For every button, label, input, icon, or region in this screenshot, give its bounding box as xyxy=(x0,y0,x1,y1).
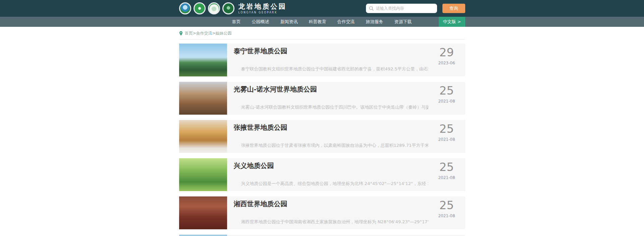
breadcrumb-text: 首页>合作交流>姐妹公园 xyxy=(185,31,232,36)
search-input[interactable] xyxy=(376,6,434,11)
park-date: 25 2021-08 xyxy=(432,120,465,153)
park-thumbnail[interactable] xyxy=(179,158,227,191)
park-date: 25 2021-08 xyxy=(432,82,465,115)
nav-item-downloads[interactable]: 资源下载 xyxy=(394,19,412,25)
site-subtitle: LONGYAN GEOPARK xyxy=(238,11,287,14)
location-pin-icon xyxy=(179,31,183,36)
park-date: 25 xyxy=(432,235,465,236)
site-header: 龙岩地质公园 LONGYAN GEOPARK 查询 xyxy=(0,0,644,17)
park-date: 29 2023-06 xyxy=(432,44,465,76)
park-date-day: 25 xyxy=(432,199,462,212)
geopark-emblem-white-green-icon xyxy=(208,2,220,14)
park-list-item[interactable]: 泰宁世界地质公园 泰宁联合国教科文组织世界地质公园位于中国福建省西北部的泰宁县，… xyxy=(179,44,465,76)
park-title[interactable]: 湘西世界地质公园 xyxy=(234,199,428,209)
breadcrumb: 首页>合作交流>姐妹公园 xyxy=(179,27,465,40)
park-list-item[interactable]: 光雾山-诺水河世界地质公园 光雾山-诺水河联合国教科文组织世界地质公园位于四川巴… xyxy=(179,82,465,115)
main-content: 首页>合作交流>姐妹公园 泰宁世界地质公园 泰宁联合国教科文组织世界地质公园位于… xyxy=(179,27,465,236)
park-list-item[interactable]: 兴义地质公园 兴义地质公园是一个高品质、综合型地质公园，地理坐标为北纬 24°4… xyxy=(179,158,465,191)
main-nav: 首页 公园概述 新闻资讯 科普教育 合作交流 旅游服务 资源下载 中文版 > xyxy=(0,17,644,27)
search-box[interactable] xyxy=(366,4,437,13)
park-title[interactable]: 兴义地质公园 xyxy=(234,161,428,170)
nav-item-travel-service[interactable]: 旅游服务 xyxy=(366,19,383,25)
nav-item-science-education[interactable]: 科普教育 xyxy=(309,19,326,25)
search-icon xyxy=(369,6,374,11)
park-thumbnail[interactable] xyxy=(179,82,227,115)
park-date-month: 2023-06 xyxy=(432,61,462,65)
park-thumbnail[interactable] xyxy=(179,196,227,229)
geopark-emblem-green-icon xyxy=(194,2,206,14)
park-description: 张掖世界地质公园位于甘肃省张掖市境内，以肃南裕固族自治县为中心，总面积1289.… xyxy=(234,142,428,149)
park-date-day: 25 xyxy=(432,123,462,135)
park-title[interactable]: 泰宁世界地质公园 xyxy=(234,47,428,56)
park-date-month: 2021-08 xyxy=(432,99,462,104)
geopark-emblem-blue-mountain-icon xyxy=(179,2,191,14)
search-area: 查询 xyxy=(366,4,465,13)
park-date-day: 25 xyxy=(432,84,462,97)
park-title[interactable]: 张掖世界地质公园 xyxy=(234,123,428,132)
nav-item-news[interactable]: 新闻资讯 xyxy=(280,19,298,25)
park-date-day: 25 xyxy=(432,161,462,173)
site-brand: 龙岩地质公园 LONGYAN GEOPARK xyxy=(238,3,287,14)
park-description: 湘西世界地质公园位于中国湖南省湘西土家族苗族自治州，地理坐标为 N28°06'4… xyxy=(234,219,428,225)
park-list-item[interactable]: 湘西世界地质公园 湘西世界地质公园位于中国湖南省湘西土家族苗族自治州，地理坐标为… xyxy=(179,196,465,229)
park-thumbnail[interactable] xyxy=(179,235,227,236)
park-list: 泰宁世界地质公园 泰宁联合国教科文组织世界地质公园位于中国福建省西北部的泰宁县，… xyxy=(179,44,465,236)
park-date-month: 2021-08 xyxy=(432,137,462,142)
nav-item-park-overview[interactable]: 公园概述 xyxy=(252,19,269,25)
park-date: 25 2021-08 xyxy=(432,158,465,191)
site-title: 龙岩地质公园 xyxy=(238,3,287,10)
park-thumbnail[interactable] xyxy=(179,44,227,76)
park-list-item[interactable]: 25 xyxy=(179,235,465,236)
park-date-month: 2021-08 xyxy=(432,214,462,218)
geopark-emblem-hammer-icon xyxy=(222,2,234,14)
park-date-month: 2021-08 xyxy=(432,175,462,180)
nav-item-home[interactable]: 首页 xyxy=(232,19,241,25)
park-description: 泰宁联合国教科文组织世界地质公园位于中国福建省西北部的泰宁县，面积492.5平方… xyxy=(234,66,428,72)
language-version-button[interactable]: 中文版 > xyxy=(439,17,465,27)
park-thumbnail[interactable] xyxy=(179,120,227,153)
park-description: 光雾山-诺水河联合国教科文组织世界地质公园位于四川巴中。该地区位于中央造山带（秦… xyxy=(234,104,428,110)
search-button[interactable]: 查询 xyxy=(442,4,465,13)
park-title[interactable]: 光雾山-诺水河世界地质公园 xyxy=(234,85,428,94)
park-description: 兴义地质公园是一个高品质、综合型地质公园，地理坐标为北纬 24°45'02"—2… xyxy=(234,181,428,187)
park-list-item[interactable]: 张掖世界地质公园 张掖世界地质公园位于甘肃省张掖市境内，以肃南裕固族自治县为中心… xyxy=(179,120,465,153)
logo-group xyxy=(179,2,234,14)
nav-menu: 首页 公园概述 新闻资讯 科普教育 合作交流 旅游服务 资源下载 xyxy=(232,19,412,25)
park-date: 25 2021-08 xyxy=(432,196,465,229)
park-date-day: 29 xyxy=(432,46,462,59)
nav-item-cooperation[interactable]: 合作交流 xyxy=(337,19,355,25)
